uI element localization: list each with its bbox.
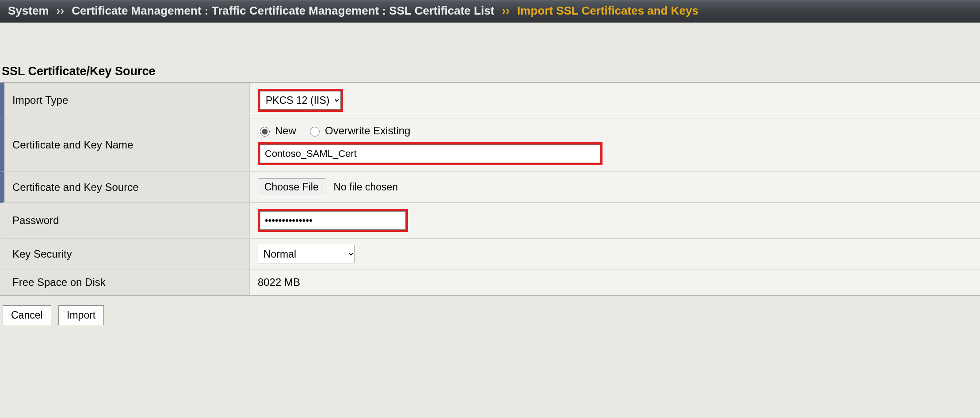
breadcrumb-path[interactable]: Certificate Management : Traffic Certifi… <box>72 4 494 17</box>
highlight-password <box>258 209 408 232</box>
label-password: Password <box>0 203 250 239</box>
ssl-key-source-form: Import Type PKCS 12 (IIS) Certificate an… <box>0 82 980 296</box>
label-key-security: Key Security <box>0 239 250 270</box>
section-title: SSL Certificate/Key Source <box>0 23 980 82</box>
form-footer: Cancel Import <box>0 296 980 335</box>
breadcrumb-root[interactable]: System <box>8 4 49 17</box>
breadcrumb-current: Import SSL Certificates and Keys <box>517 4 698 17</box>
choose-file-button[interactable]: Choose File <box>258 178 325 196</box>
radio-new[interactable] <box>260 127 270 137</box>
import-type-select[interactable]: PKCS 12 (IIS) <box>260 91 341 110</box>
highlight-import-type: PKCS 12 (IIS) <box>258 89 343 112</box>
cert-key-name-mode-group: New Overwrite Existing <box>258 125 972 137</box>
label-import-type: Import Type <box>0 83 250 118</box>
cert-key-name-input[interactable] <box>260 144 600 163</box>
label-free-space: Free Space on Disk <box>0 270 250 295</box>
highlight-cert-key-name <box>258 142 602 165</box>
file-chosen-status: No file chosen <box>333 181 398 193</box>
radio-overwrite-label[interactable]: Overwrite Existing <box>325 125 410 137</box>
breadcrumb-separator: ›› <box>57 4 64 17</box>
cancel-button[interactable]: Cancel <box>3 305 51 325</box>
radio-overwrite[interactable] <box>310 127 320 137</box>
label-cert-key-name: Certificate and Key Name <box>0 118 250 172</box>
breadcrumb: System ›› Certificate Management : Traff… <box>0 0 980 23</box>
key-security-select[interactable]: Normal <box>258 245 355 263</box>
label-cert-key-source: Certificate and Key Source <box>0 172 250 203</box>
breadcrumb-separator: ›› <box>502 4 510 17</box>
radio-new-label[interactable]: New <box>275 125 296 137</box>
password-input[interactable] <box>260 211 406 230</box>
free-space-value: 8022 MB <box>250 270 980 295</box>
import-button[interactable]: Import <box>58 305 104 325</box>
